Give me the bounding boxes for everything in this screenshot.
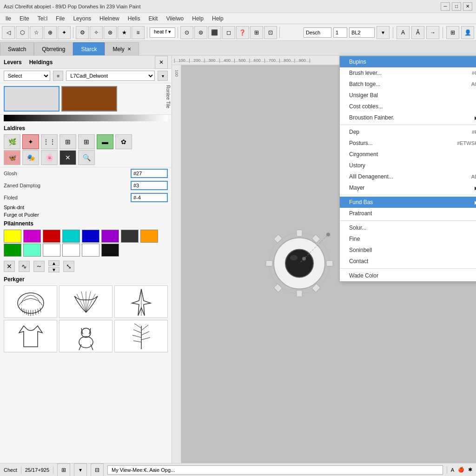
toolbar-btn2[interactable]: ☆ xyxy=(30,26,43,39)
menu-item-dep[interactable]: Dep #H xyxy=(340,126,476,138)
palette-white1[interactable] xyxy=(43,244,60,257)
menu-item-solur[interactable]: Solur... xyxy=(340,222,476,233)
toolbar-num-input[interactable] xyxy=(333,27,347,38)
brush-2[interactable] xyxy=(59,285,112,318)
palette-orange[interactable] xyxy=(140,230,158,243)
tab-starck[interactable]: Starck xyxy=(73,42,105,55)
background-swatch[interactable] xyxy=(61,86,117,112)
symbol-up[interactable]: ▲ xyxy=(48,260,60,266)
toolbar-btn12[interactable]: ⬛ xyxy=(208,26,221,39)
toolbar-combo1[interactable] xyxy=(304,27,331,38)
tool-7[interactable]: ✿ xyxy=(115,134,132,149)
tab-mely[interactable]: Mely ✕ xyxy=(105,42,139,55)
menu-hlelnew[interactable]: Hlelnew xyxy=(96,14,123,23)
style-dropdown[interactable]: L7Cadl_Delwont xyxy=(66,71,155,81)
input-floled[interactable] xyxy=(131,193,168,202)
symbol-x[interactable]: ✕ xyxy=(4,261,15,272)
toolbar-btn1[interactable]: ⬡ xyxy=(16,26,29,39)
tool-6[interactable]: ▬ xyxy=(97,134,113,149)
tool-12[interactable]: 🔍 xyxy=(78,150,95,165)
menu-leyons[interactable]: Leyons xyxy=(69,14,95,23)
symbol-wave1[interactable]: ∿ xyxy=(19,261,30,272)
style-dropdown-btn[interactable]: ▾ xyxy=(158,71,168,81)
panel-close-icon[interactable]: ✕ xyxy=(155,56,168,69)
tool-2[interactable]: ✦ xyxy=(22,134,39,149)
toolbar-btn16[interactable]: ⊡ xyxy=(264,26,277,39)
tool-9[interactable]: 🎭 xyxy=(22,150,39,165)
grayscale-bar[interactable] xyxy=(4,115,168,121)
palette-teal[interactable] xyxy=(23,244,41,257)
menu-item-wade-color[interactable]: Wade Color xyxy=(340,270,476,281)
symbol-resize[interactable]: ⤡ xyxy=(63,261,74,272)
tool-10[interactable]: 🌸 xyxy=(41,150,58,165)
toolbar-btn5[interactable]: ⚙ xyxy=(76,26,89,39)
menu-lle[interactable]: lle xyxy=(2,14,15,23)
toolbar-btn9[interactable]: ≡ xyxy=(132,26,145,39)
maximize-button[interactable]: □ xyxy=(452,2,461,11)
palette-magenta[interactable] xyxy=(23,230,41,243)
tab-swatch[interactable]: Swatch xyxy=(0,42,34,55)
status-task-text[interactable]: My View-Mee:€. Aaie Opg... xyxy=(107,465,443,475)
menu-item-contact[interactable]: Contact xyxy=(340,256,476,267)
brush-1[interactable] xyxy=(4,285,57,318)
input-glosh[interactable] xyxy=(131,169,168,178)
tool-4[interactable]: ⊞ xyxy=(60,134,76,149)
menu-helis[interactable]: Helis xyxy=(124,14,144,23)
palette-white3[interactable] xyxy=(82,244,99,257)
toolbar-btn3[interactable]: ⊕ xyxy=(44,26,57,39)
status-icon3[interactable]: ⊟ xyxy=(91,463,104,476)
tool-5[interactable]: ⊞ xyxy=(78,134,95,149)
menu-item-cirgonment[interactable]: Cirgonment xyxy=(340,149,476,160)
menu-ekit[interactable]: Ekit xyxy=(145,14,161,23)
toolbar-btn8[interactable]: ★ xyxy=(118,26,131,39)
toolbar-btn13[interactable]: ◻ xyxy=(222,26,235,39)
menu-item-pratroant[interactable]: Pratroant xyxy=(340,208,476,219)
palette-green[interactable] xyxy=(4,244,21,257)
tool-3[interactable]: ⋮⋮ xyxy=(41,134,58,149)
minimize-button[interactable]: ─ xyxy=(441,2,450,11)
toolbar-arrow-btn[interactable]: → xyxy=(426,26,439,39)
select-dropdown[interactable]: Select xyxy=(4,71,50,81)
menu-help1[interactable]: Help xyxy=(188,14,207,23)
menu-item-batch-toge[interactable]: Batch toge... AC xyxy=(340,79,476,90)
toolbar-btn15[interactable]: ⊞ xyxy=(250,26,263,39)
menu-item-posturs[interactable]: Posturs... #ETWSH xyxy=(340,138,476,149)
symbol-wave2[interactable]: ～ xyxy=(33,261,45,272)
menu-item-unsiger-bal[interactable]: Unsiger Bal xyxy=(340,90,476,101)
toolbar-extra2[interactable]: 👤 xyxy=(461,26,474,39)
menu-item-cost-cobles[interactable]: Cost cobles... xyxy=(340,101,476,112)
menu-viielwo[interactable]: Viielwo xyxy=(162,14,187,23)
brush-6[interactable] xyxy=(114,320,168,352)
toolbar-btn11[interactable]: ⊜ xyxy=(194,26,207,39)
palette-purple[interactable] xyxy=(101,230,119,243)
tab-qbrreting[interactable]: Qbrreting xyxy=(34,42,73,55)
menu-file[interactable]: File xyxy=(52,14,68,23)
menu-item-ustory[interactable]: Ustory xyxy=(340,160,476,171)
palette-blue[interactable] xyxy=(82,230,99,243)
status-icon1[interactable]: ⊞ xyxy=(57,463,70,476)
toolbar-btn10[interactable]: ⊙ xyxy=(180,26,193,39)
menu-item-brush-lever[interactable]: Brush lever... #C xyxy=(340,67,476,79)
tab-close-icon[interactable]: ✕ xyxy=(127,46,131,52)
menu-item-broustion[interactable]: Broustion Fainber. ▶ xyxy=(340,112,476,123)
menu-item-bupins[interactable]: Bupins xyxy=(340,56,476,67)
palette-cyan[interactable] xyxy=(62,230,80,243)
toolbar-color-btn[interactable]: A xyxy=(397,26,410,39)
toolbar-combo2[interactable] xyxy=(349,27,375,38)
palette-white2[interactable] xyxy=(62,244,80,257)
menu-item-mayer[interactable]: Mayer ▶ xyxy=(340,182,476,193)
menu-item-alll-denagenent[interactable]: Alll Denagenent... AD xyxy=(340,171,476,182)
menu-item-fine[interactable]: Fine xyxy=(340,233,476,245)
input-zaned[interactable] xyxy=(131,181,168,190)
palette-dark[interactable] xyxy=(121,230,139,243)
menu-item-fund-bas[interactable]: Fund Bas ▶ xyxy=(340,197,476,208)
palette-black2[interactable] xyxy=(101,244,119,257)
toolbar-extra1[interactable]: ⊞ xyxy=(446,26,459,39)
palette-red[interactable] xyxy=(43,230,60,243)
tool-1[interactable]: 🌿 xyxy=(4,134,20,149)
brush-4[interactable] xyxy=(4,320,57,352)
tool-8[interactable]: 🦋 xyxy=(4,150,20,165)
toolbar-back[interactable]: ◁ xyxy=(2,26,15,39)
toolbar-btn14[interactable]: ❓ xyxy=(236,26,249,39)
symbol-down[interactable]: ▼ xyxy=(48,267,60,272)
